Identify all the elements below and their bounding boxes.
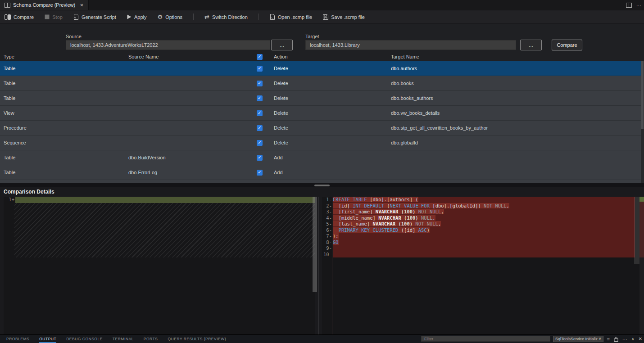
options-gear-icon: ⚙ xyxy=(157,14,163,20)
toolbar-stop-button[interactable]: Stop xyxy=(45,14,63,20)
clear-output-icon[interactable]: ≡ xyxy=(607,337,610,342)
maximize-panel-icon[interactable]: ∧ xyxy=(631,337,635,341)
column-header-source-name[interactable]: Source Name xyxy=(125,54,257,59)
diff-target-lines: 1-CREATE TABLE [dbo].[authors] (2- [id] … xyxy=(322,197,644,257)
column-header-target-name[interactable]: Target Name xyxy=(387,54,516,59)
editor-tab-bar: Schema Compare (Preview) ✕ ⋯ xyxy=(0,0,644,10)
toolbar-compare-label: Compare xyxy=(14,14,34,20)
bottom-tab-debug-console[interactable]: DEBUG CONSOLE xyxy=(66,335,103,343)
code-token: (100) xyxy=(401,209,416,214)
code-token: (100) xyxy=(398,221,413,226)
code-line: 1+ xyxy=(4,197,315,203)
table-row[interactable]: Sequence✓Deletedbo.globalId xyxy=(0,135,644,150)
code-line: 6- PRIMARY KEY CLUSTERED ([id] ASC) xyxy=(322,227,644,234)
diff-source-scrollbar[interactable] xyxy=(313,197,317,292)
toolbar-options-button[interactable]: ⚙ Options xyxy=(157,14,182,20)
code-token: [dbo].[globalId]) xyxy=(430,203,484,208)
toolbar-generate-script-button[interactable]: Generate Script xyxy=(73,14,116,20)
code-token: NULL xyxy=(421,215,432,221)
row-include-checkbox[interactable]: ✓ xyxy=(257,95,263,101)
check-icon: ✓ xyxy=(258,96,261,100)
results-table-scrollbar[interactable] xyxy=(641,61,644,183)
row-include-checkbox[interactable]: ✓ xyxy=(257,170,263,176)
row-target-name: dbo.books_authors xyxy=(387,95,516,101)
split-editor-icon[interactable] xyxy=(626,3,632,8)
bottom-tab-terminal[interactable]: TERMINAL xyxy=(113,335,134,343)
code-token: (100) xyxy=(404,215,418,221)
diff-target-scrollbar[interactable] xyxy=(634,197,639,264)
table-row[interactable]: Table✓Deletedbo.authors xyxy=(0,61,644,76)
toolbar-save-scmp-button[interactable]: Save .scmp file xyxy=(323,14,365,20)
diff-source-pane[interactable]: 1+ xyxy=(4,197,315,335)
output-filter-input[interactable] xyxy=(421,336,550,342)
target-input[interactable]: localhost, 1433.Library xyxy=(305,40,516,50)
toolbar-open-scmp-button[interactable]: Open .scmp file xyxy=(270,14,312,20)
check-icon: ✓ xyxy=(258,54,261,59)
code-token: NVARCHAR xyxy=(378,215,401,221)
code-token: NOT NULL xyxy=(418,209,441,214)
toolbar-compare-button[interactable]: Compare xyxy=(5,14,34,20)
row-action: Add xyxy=(268,155,387,160)
code-token: ( xyxy=(384,203,390,208)
row-include-checkbox[interactable]: ✓ xyxy=(257,125,263,131)
table-row[interactable]: Table✓Deletedbo.books xyxy=(0,76,644,90)
code-token: NOT NULL xyxy=(484,203,507,208)
sash-drag-handle[interactable] xyxy=(314,185,330,186)
bottom-tab-output[interactable]: OUTPUT xyxy=(39,335,56,343)
schema-compare-tab-icon xyxy=(5,3,10,8)
results-table-header: Type Source Name ✓ Action Target Name xyxy=(0,52,644,61)
more-actions-icon[interactable]: ⋯ xyxy=(622,337,627,342)
tab-close-icon[interactable]: ✕ xyxy=(80,3,83,8)
close-panel-icon[interactable]: ✕ xyxy=(639,337,642,341)
results-rows: Table✓Deletedbo.authorsTable✓Deletedbo.b… xyxy=(0,61,644,183)
code-token: NEXT VALUE FOR xyxy=(390,203,430,208)
table-row[interactable]: Tabledbo.ErrorLog✓Add xyxy=(0,165,644,180)
code-token: NVARCHAR xyxy=(376,209,399,214)
diff-filler-hatch xyxy=(14,203,315,257)
source-browse-button[interactable]: … xyxy=(271,40,293,50)
line-number: 7- xyxy=(322,233,333,239)
overview-ruler xyxy=(639,197,644,335)
toolbar-apply-button[interactable]: Apply xyxy=(127,14,147,20)
tab-schema-compare[interactable]: Schema Compare (Preview) ✕ xyxy=(0,0,89,10)
row-include-checkbox[interactable]: ✓ xyxy=(257,140,263,146)
editor-more-actions-icon[interactable]: ⋯ xyxy=(636,3,641,8)
table-row[interactable]: Tabledbo.BuildVersion✓Add xyxy=(0,150,644,165)
comparison-details-title: Comparison Details xyxy=(4,189,54,195)
output-channel-select[interactable]: SqlToolsService Initializ ∨ xyxy=(553,336,603,342)
diff-target-pane[interactable]: 1-CREATE TABLE [dbo].[authors] (2- [id] … xyxy=(322,197,644,335)
bottom-panel: PROBLEMSOUTPUTDEBUG CONSOLETERMINALPORTS… xyxy=(0,334,644,343)
column-header-action[interactable]: Action xyxy=(268,54,387,59)
toolbar-apply-label: Apply xyxy=(134,14,147,20)
code-token: ([id] xyxy=(398,227,418,233)
source-input[interactable]: localhost, 1433.AdventureWorksLT2022 xyxy=(66,40,270,50)
code-token: NOT NULL xyxy=(415,221,438,226)
compare-button[interactable]: Compare xyxy=(552,40,582,50)
column-header-type[interactable]: Type xyxy=(0,54,125,59)
table-row[interactable]: TableSalesLT.Address✓Add xyxy=(0,180,644,183)
row-include-checkbox[interactable]: ✓ xyxy=(257,81,263,86)
target-label: Target xyxy=(305,34,319,39)
table-row[interactable]: Procedure✓Deletedbo.stp_get_all_cowritte… xyxy=(0,120,644,135)
lock-icon[interactable] xyxy=(614,337,618,342)
toolbar-separator xyxy=(259,14,259,20)
toolbar-switch-direction-button[interactable]: ⇄ Switch Direction xyxy=(204,14,248,20)
row-include-checkbox[interactable]: ✓ xyxy=(257,66,263,72)
row-action: Delete xyxy=(268,95,387,101)
overview-insert-mark xyxy=(639,197,644,202)
row-include-checkbox[interactable]: ✓ xyxy=(257,110,263,116)
table-row[interactable]: Table✓Deletedbo.books_authors xyxy=(0,90,644,105)
bottom-panel-tabs: PROBLEMSOUTPUTDEBUG CONSOLETERMINALPORTS… xyxy=(0,335,226,343)
line-number: 9- xyxy=(322,245,333,252)
target-browse-button[interactable]: … xyxy=(520,40,542,50)
bottom-tab-problems[interactable]: PROBLEMS xyxy=(6,335,29,343)
toolbar-separator xyxy=(193,14,194,20)
select-all-checkbox[interactable]: ✓ xyxy=(257,54,263,60)
row-include-checkbox[interactable]: ✓ xyxy=(257,155,263,161)
code-token xyxy=(333,227,339,233)
table-row[interactable]: View✓Deletedbo.vw_books_details xyxy=(0,105,644,120)
bottom-tab-ports[interactable]: PORTS xyxy=(144,335,158,343)
comparison-details-rule xyxy=(52,192,641,192)
bottom-tab-query-results-preview[interactable]: QUERY RESULTS (PREVIEW) xyxy=(168,335,226,343)
output-channel-value: SqlToolsService Initializ xyxy=(555,337,598,341)
